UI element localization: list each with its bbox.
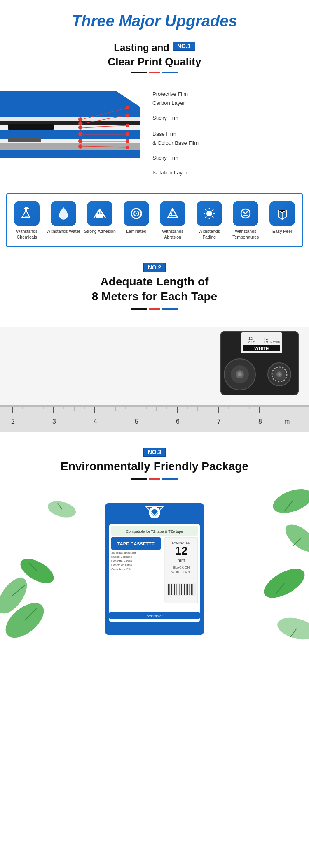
svg-point-34 (206, 211, 212, 216)
svg-text:3: 3 (52, 418, 56, 425)
svg-text:TAPE CASSETTE: TAPE CASSETTE (117, 541, 154, 546)
svg-point-13 (78, 132, 82, 136)
svg-marker-6 (0, 143, 140, 150)
feature-water: Withstands Water (46, 201, 81, 234)
svg-point-33 (136, 213, 137, 214)
package-box: Compatible for TZ tape & TZe tape TAPE C… (101, 501, 208, 645)
svg-rect-26 (126, 139, 129, 143)
section3-title: Environmentally Friendly Package (61, 460, 248, 473)
tape-layers-svg (0, 86, 148, 185)
tape-visual-left (0, 86, 148, 185)
ruler-section: 2 3 4 5 6 7 8 m (0, 405, 309, 432)
svg-text:bestPrinter: bestPrinter (147, 614, 163, 618)
layer-label-1: Protective Film (152, 91, 309, 98)
svg-marker-7 (0, 150, 140, 158)
section2-divider (131, 308, 178, 310)
svg-text:Casete de Cinta: Casete de Cinta (111, 564, 132, 566)
temperatures-icon-box (233, 201, 258, 226)
adhesion-label: Strong Adhesion (84, 229, 116, 234)
svg-point-12 (78, 125, 82, 130)
section1-header: Lasting and NO.1 Clear Print Quality (0, 34, 309, 82)
section2-badge: NO.2 (143, 263, 166, 272)
section3-header: NO.3 Environmentally Friendly Package (0, 432, 309, 489)
left-leaves-svg (0, 489, 82, 645)
temperatures-label: Withstands Temperatures (228, 229, 263, 240)
svg-text:5: 5 (135, 418, 138, 425)
svg-text:m: m (284, 418, 290, 425)
fading-label: Withstands Fading (192, 229, 227, 240)
ruler-svg: 2 3 4 5 6 7 8 m (0, 405, 309, 432)
section1-title-part1: Lasting and (114, 42, 169, 53)
package-box-svg: Compatible for TZ tape & TZe tape TAPE C… (101, 501, 208, 645)
section1-title-line2: Clear Print Quality (108, 56, 201, 68)
svg-point-10 (78, 117, 82, 121)
svg-point-59 (278, 373, 281, 376)
svg-text:TZ: TZ (264, 337, 268, 341)
layer-label-4: Base Film (152, 130, 309, 138)
svg-text:6: 6 (176, 418, 180, 425)
page-main-title: Three Major Upgrades (0, 0, 309, 34)
section1-badge: NO.1 (173, 42, 195, 51)
svg-text:2: 2 (11, 418, 15, 425)
tape-layers-diagram: Protective Film Carbon Layer Sticky Film… (0, 82, 309, 189)
svg-text:WHITE TAPE: WHITE TAPE (171, 570, 191, 574)
svg-rect-25 (126, 132, 129, 136)
svg-text:Cassetta Nastro: Cassetta Nastro (111, 559, 132, 562)
section3-badge: NO.3 (143, 448, 166, 457)
section1-divider (131, 72, 178, 73)
abrasion-icon-box (160, 201, 185, 226)
feature-temperatures: Withstands Temperatures (228, 201, 263, 240)
svg-point-104 (269, 489, 309, 518)
layer-label-5: & Colour Base Film (152, 139, 309, 147)
svg-text:12: 12 (175, 544, 187, 557)
svg-text:LAMINATED: LAMINATED (264, 341, 280, 344)
svg-point-14 (78, 139, 82, 143)
svg-line-41 (212, 209, 213, 211)
tape-layers-labels: Protective Film Carbon Layer Sticky Film… (148, 86, 309, 176)
layer-label-3: Sticky Film (152, 114, 309, 122)
features-section: Withstands Chemicals Withstands Water St… (6, 193, 303, 247)
svg-point-15 (78, 144, 82, 149)
svg-line-39 (205, 209, 206, 211)
abrasion-label: Withstands Abrasion (155, 229, 190, 240)
svg-rect-8 (8, 124, 54, 130)
feature-fading: Withstands Fading (192, 201, 227, 240)
svg-text:0.47": 0.47" (248, 341, 255, 344)
feature-abrasion: Withstands Abrasion (155, 201, 190, 240)
feature-chemicals: Withstands Chemicals (9, 201, 44, 240)
svg-rect-22 (126, 106, 129, 109)
features-grid: Withstands Chemicals Withstands Water St… (9, 201, 300, 240)
fading-icon-box (197, 201, 222, 226)
layer-label-2: Carbon Layer (152, 100, 309, 107)
package-area: Compatible for TZ tape & TZe tape TAPE C… (0, 489, 309, 645)
chemicals-label: Withstands Chemicals (9, 229, 44, 240)
svg-rect-62 (0, 405, 309, 407)
section2-header: NO.2 Adequate Length of 8 Meters for Eac… (0, 255, 309, 319)
layer-label-7: Isolation Layer (152, 169, 309, 176)
svg-rect-27 (126, 146, 129, 149)
adhesion-icon-box (87, 201, 112, 226)
svg-text:7: 7 (217, 418, 221, 425)
chemicals-icon-box (14, 201, 40, 226)
section3-divider (131, 478, 178, 480)
svg-rect-29 (96, 214, 103, 218)
water-icon-box (51, 201, 76, 226)
water-label: Withstands Water (47, 229, 80, 234)
right-leaves-svg (227, 489, 309, 645)
svg-marker-1 (0, 117, 140, 121)
svg-rect-24 (126, 124, 129, 127)
tape-product-area: WHITE 12 0.47" TZ LAMINATED (0, 327, 309, 405)
section2-title: Adequate Length of (101, 275, 209, 288)
svg-point-110 (275, 614, 309, 643)
svg-text:Ruban Cassette: Ruban Cassette (111, 555, 132, 558)
svg-text:12: 12 (248, 337, 253, 341)
laminated-label: Laminated (126, 229, 146, 234)
svg-text:mm: mm (178, 558, 185, 563)
svg-text:BLACK ON: BLACK ON (173, 566, 190, 569)
laminated-icon-box (124, 201, 149, 226)
svg-text:Compatible for TZ tape & TZe t: Compatible for TZ tape & TZe tape (126, 529, 183, 534)
feature-adhesion: Strong Adhesion (82, 201, 117, 234)
svg-rect-61 (0, 405, 309, 432)
peel-label: Easy Peel (272, 229, 292, 234)
svg-text:Cassete de Fita: Cassete de Fita (111, 568, 131, 571)
